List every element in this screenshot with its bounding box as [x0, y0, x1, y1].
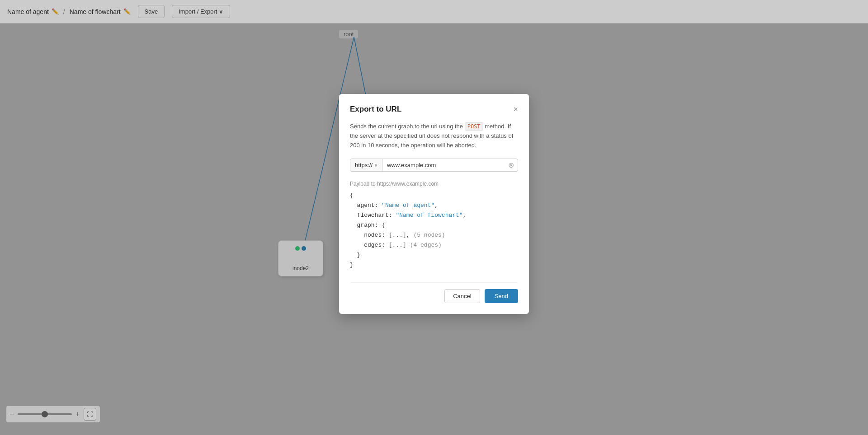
payload-line-5: nodes: [...], (5 nodes): [350, 230, 518, 240]
modal-close-button[interactable]: ×: [513, 105, 518, 113]
protocol-value: https://: [355, 162, 373, 168]
payload-line-1: {: [350, 191, 518, 201]
modal-footer: Cancel Send: [350, 282, 518, 303]
url-clear-button[interactable]: ⊗: [505, 161, 518, 169]
modal-title: Export to URL: [350, 105, 401, 114]
url-text-input[interactable]: [382, 159, 505, 171]
payload-line-8: }: [350, 260, 518, 270]
payload-code-block: { agent: "Name of agent", flowchart: "Na…: [350, 191, 518, 274]
protocol-chevron-icon: ∨: [374, 163, 377, 168]
export-to-url-dialog: Export to URL × Sends the current graph …: [339, 94, 529, 313]
modal-header: Export to URL ×: [350, 105, 518, 114]
modal-overlay: Export to URL × Sends the current graph …: [0, 0, 868, 435]
modal-description: Sends the current graph to the url using…: [350, 122, 518, 150]
cancel-button[interactable]: Cancel: [444, 289, 480, 303]
description-pre: Sends the current graph to the url using…: [350, 123, 465, 130]
payload-line-6: edges: [...] (4 edges): [350, 240, 518, 250]
payload-line-2: agent: "Name of agent",: [350, 201, 518, 210]
payload-line-3: flowchart: "Name of flowchart",: [350, 210, 518, 220]
post-method-badge: POST: [465, 122, 483, 131]
url-input-row: https:// ∨ ⊗: [350, 159, 518, 172]
send-button[interactable]: Send: [485, 289, 518, 303]
payload-label: Payload to https://www.example.com: [350, 181, 518, 187]
payload-line-4: graph: {: [350, 220, 518, 230]
protocol-selector[interactable]: https:// ∨: [350, 159, 382, 171]
payload-line-7: }: [350, 250, 518, 260]
